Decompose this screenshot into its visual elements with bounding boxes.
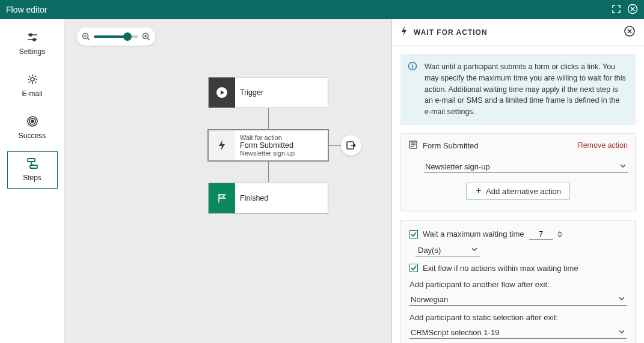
exit-flow-checkbox[interactable] bbox=[409, 264, 418, 272]
sidebar-item-label: Success bbox=[19, 132, 46, 140]
node-trigger[interactable]: Trigger bbox=[208, 77, 328, 108]
exit-flow-label: Exit flow if no actions within max waiti… bbox=[423, 264, 578, 273]
node-title: Finished bbox=[240, 194, 323, 202]
details-panel: WAIT FOR ACTION Wait until a participant… bbox=[391, 19, 644, 343]
dropdown-value: Norwegian bbox=[411, 295, 448, 304]
add-alternative-action-button[interactable]: Add alternative action bbox=[466, 183, 570, 200]
sidebar-item-success[interactable]: Success bbox=[7, 109, 58, 147]
play-icon bbox=[209, 77, 235, 108]
zoom-control bbox=[77, 28, 155, 46]
chevron-down-icon bbox=[618, 295, 625, 304]
svg-point-15 bbox=[412, 64, 413, 65]
dropdown-value: Day(s) bbox=[418, 246, 441, 255]
node-wait-for-action[interactable]: Wait for action Form Submitted Newslette… bbox=[208, 130, 328, 161]
action-value-dropdown[interactable]: Newsletter sign-up bbox=[424, 160, 628, 173]
info-text: Wait until a participant submits a form … bbox=[425, 62, 626, 116]
number-stepper[interactable] bbox=[557, 231, 563, 238]
dropdown-value: CRMScript selection 1-19 bbox=[411, 328, 499, 337]
titlebar: Flow editor bbox=[0, 0, 644, 19]
add-flow-dropdown[interactable]: Norwegian bbox=[409, 293, 627, 306]
svg-point-3 bbox=[31, 77, 34, 81]
chevron-down-icon bbox=[619, 162, 627, 171]
app-title: Flow editor bbox=[6, 5, 47, 14]
action-title: Form Submitted bbox=[423, 141, 478, 150]
flow-canvas[interactable]: Trigger Wait for action Form Submitted N… bbox=[65, 19, 391, 343]
sidebar-item-email[interactable]: E-mail bbox=[7, 67, 58, 105]
fullscreen-icon[interactable] bbox=[612, 4, 621, 16]
sidebar-item-label: Steps bbox=[23, 174, 41, 182]
max-wait-value-input[interactable] bbox=[529, 229, 553, 240]
exit-branch-button[interactable] bbox=[341, 135, 361, 156]
chevron-down-icon bbox=[471, 246, 478, 255]
chevron-down-icon bbox=[618, 328, 625, 337]
info-icon bbox=[408, 61, 417, 74]
max-wait-checkbox[interactable] bbox=[409, 230, 418, 238]
dropdown-value: Newsletter sign-up bbox=[425, 162, 490, 171]
form-icon bbox=[408, 140, 418, 151]
node-title: Form Submitted bbox=[240, 141, 323, 150]
action-block: Form Submitted Remove action Newsletter … bbox=[400, 133, 636, 211]
node-supertitle: Wait for action bbox=[240, 134, 323, 141]
svg-point-1 bbox=[29, 34, 32, 36]
panel-title: WAIT FOR ACTION bbox=[414, 28, 488, 37]
node-title: Trigger bbox=[240, 88, 323, 97]
sidebar-item-label: E-mail bbox=[22, 90, 42, 98]
flag-icon bbox=[209, 183, 235, 213]
button-label: Add alternative action bbox=[486, 187, 561, 196]
info-box: Wait until a participant submits a form … bbox=[400, 54, 636, 125]
titlebar-actions bbox=[612, 4, 638, 16]
bolt-icon bbox=[400, 26, 408, 38]
plus-icon bbox=[475, 187, 482, 196]
target-icon bbox=[26, 115, 39, 128]
sliders-icon bbox=[26, 31, 39, 44]
zoom-slider[interactable] bbox=[94, 35, 138, 38]
add-selection-dropdown[interactable]: CRMScript selection 1-19 bbox=[409, 326, 627, 339]
svg-rect-7 bbox=[28, 159, 35, 162]
max-wait-label: Wait a maximum waiting time bbox=[423, 229, 524, 238]
config-block: Wait a maximum waiting time Day(s) bbox=[400, 220, 636, 343]
sidebar-item-label: Settings bbox=[19, 47, 45, 56]
sidebar: Settings E-mail Success bbox=[0, 19, 65, 343]
close-icon[interactable] bbox=[627, 4, 638, 16]
zoom-in-icon[interactable] bbox=[142, 32, 150, 41]
svg-point-6 bbox=[31, 120, 34, 123]
add-selection-label: Add participant to static selection afte… bbox=[409, 313, 627, 322]
add-flow-label: Add participant to another flow after ex… bbox=[409, 280, 627, 289]
node-finished[interactable]: Finished bbox=[208, 183, 328, 214]
max-wait-unit-dropdown[interactable]: Day(s) bbox=[416, 244, 480, 256]
zoom-handle[interactable] bbox=[123, 32, 132, 41]
zoom-out-icon[interactable] bbox=[82, 32, 90, 41]
remove-action-link[interactable]: Remove action bbox=[578, 141, 628, 150]
node-subtitle: Newsletter sign-up bbox=[240, 150, 323, 157]
close-panel-icon[interactable] bbox=[624, 25, 636, 39]
steps-icon bbox=[26, 157, 39, 170]
bolt-icon bbox=[209, 130, 235, 160]
svg-point-2 bbox=[33, 38, 35, 41]
sidebar-item-steps[interactable]: Steps bbox=[7, 151, 58, 189]
sidebar-item-settings[interactable]: Settings bbox=[7, 25, 58, 62]
gear-icon bbox=[26, 73, 39, 86]
